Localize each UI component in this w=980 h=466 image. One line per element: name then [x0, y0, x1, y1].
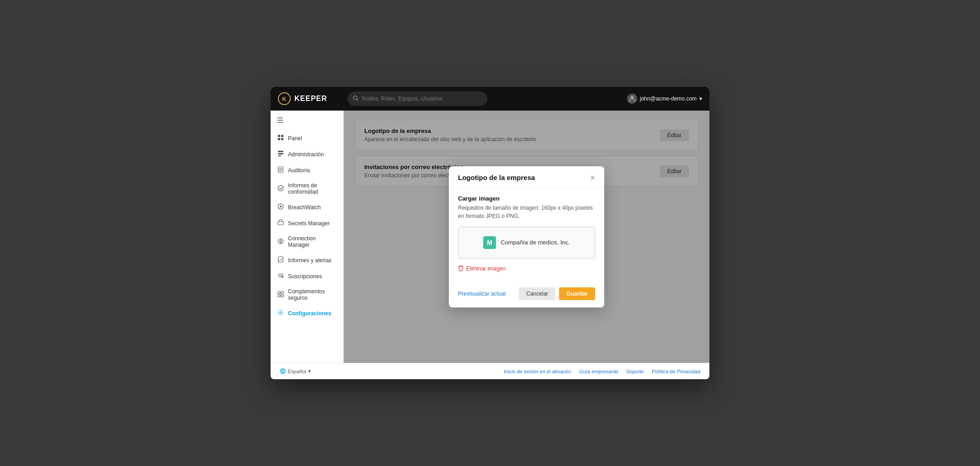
- admin-icon: [277, 150, 284, 158]
- svg-rect-5: [278, 135, 280, 137]
- sidebar-item-secrets-manager[interactable]: Secrets Manager: [271, 215, 343, 231]
- svg-point-4: [631, 96, 634, 99]
- settings-icon: [277, 309, 284, 317]
- search-icon: [353, 95, 358, 102]
- svg-point-12: [280, 206, 282, 207]
- svg-rect-11: [278, 155, 281, 156]
- company-avatar: M: [483, 236, 496, 249]
- sidebar-item-connection-manager[interactable]: Connection Manager: [271, 231, 343, 252]
- logo-text: KEEPER: [294, 95, 327, 103]
- svg-point-15: [280, 240, 282, 242]
- sidebar-item-auditoria[interactable]: Auditoría: [271, 162, 343, 178]
- sidebar-item-administracion[interactable]: Administración: [271, 146, 343, 162]
- modal-title: Logotipo de la empresa: [458, 174, 535, 181]
- svg-rect-21: [278, 295, 280, 297]
- modal-close-button[interactable]: ×: [590, 174, 595, 182]
- sidebar-item-conformidad[interactable]: Informes de conformidad: [271, 178, 343, 199]
- image-preview-box[interactable]: M Compañía de medios, Inc.: [458, 227, 595, 259]
- sidebar-label-breachwatch: BreachWatch: [288, 204, 321, 211]
- globe-icon: 🌐: [280, 368, 286, 374]
- sidebar-label-complementos: Complementos seguros: [288, 288, 337, 301]
- modal-header: Logotipo de la empresa ×: [449, 166, 604, 188]
- hamburger-menu[interactable]: ☰: [271, 111, 343, 130]
- app-footer: 🌐 Español ▾ Inicio de sesión en el almac…: [271, 363, 709, 379]
- modal-overlay: Logotipo de la empresa × Cargar imagen R…: [344, 111, 709, 363]
- svg-rect-7: [278, 138, 280, 140]
- svg-rect-6: [281, 135, 283, 137]
- footer-link-guia[interactable]: Guía empresarial: [579, 369, 618, 374]
- modal-footer: Previsualizar actual Cancelar Guardar: [449, 287, 604, 307]
- svg-rect-9: [278, 151, 283, 152]
- svg-rect-10: [278, 153, 283, 154]
- svg-text:K: K: [282, 95, 287, 102]
- svg-point-18: [282, 276, 283, 278]
- app-window: K KEEPER john@acme-demo.com ▾: [271, 87, 709, 379]
- subscriptions-icon: [277, 272, 284, 280]
- sidebar-label-conformidad: Informes de conformidad: [288, 182, 337, 195]
- user-account-icon: [627, 94, 637, 104]
- footer-link-almacen[interactable]: Inicio de sesión en el almacén: [504, 369, 571, 374]
- preview-link[interactable]: Previsualizar actual: [458, 291, 506, 297]
- footer-lang-chevron: ▾: [308, 368, 311, 374]
- svg-rect-13: [278, 222, 283, 225]
- user-email: john@acme-demo.com: [640, 95, 697, 102]
- svg-rect-22: [281, 295, 283, 297]
- company-logo-modal: Logotipo de la empresa × Cargar imagen R…: [449, 166, 604, 307]
- user-dropdown-chevron: ▾: [699, 95, 702, 102]
- addons-icon: [277, 291, 284, 299]
- sidebar-item-informes-alertas[interactable]: Informes y alertas: [271, 252, 343, 268]
- user-area[interactable]: john@acme-demo.com ▾: [627, 94, 702, 104]
- sidebar-label-secrets: Secrets Manager: [288, 220, 330, 227]
- delete-icon: [458, 265, 463, 273]
- company-name-text: Compañía de medios, Inc.: [501, 239, 570, 246]
- breachwatch-icon: [277, 203, 284, 211]
- audit-icon: [277, 166, 284, 174]
- save-button[interactable]: Guardar: [559, 287, 595, 300]
- upload-requirements: Requisitos de tamaño de imagen: 160px x …: [458, 204, 595, 220]
- sidebar-item-complementos[interactable]: Complementos seguros: [271, 284, 343, 305]
- panel-icon: [277, 134, 284, 142]
- footer-link-privacidad[interactable]: Política de Privacidad: [652, 369, 700, 374]
- content-area: Logotipo de la empresa Aparece en el enc…: [344, 111, 709, 363]
- sidebar-label-auditoria: Auditoría: [288, 167, 310, 174]
- search-input[interactable]: [362, 95, 482, 102]
- svg-rect-8: [281, 138, 283, 140]
- logo-area: K KEEPER: [278, 92, 342, 105]
- reports-icon: [277, 256, 284, 264]
- sidebar: ☰ Panel: [271, 111, 344, 363]
- secrets-icon: [277, 219, 284, 227]
- sidebar-item-suscripciones[interactable]: Suscripciones: [271, 268, 343, 284]
- top-nav: K KEEPER john@acme-demo.com ▾: [271, 87, 709, 111]
- svg-point-23: [280, 312, 282, 313]
- search-bar[interactable]: [347, 91, 487, 106]
- svg-rect-20: [281, 291, 283, 294]
- svg-line-3: [357, 99, 358, 101]
- upload-label: Cargar imagen: [458, 195, 595, 202]
- footer-buttons: Cancelar Guardar: [519, 287, 595, 300]
- modal-body: Cargar imagen Requisitos de tamaño de im…: [449, 188, 604, 287]
- sidebar-item-breachwatch[interactable]: BreachWatch: [271, 199, 343, 215]
- sidebar-label-reports: Informes y alertas: [288, 257, 331, 264]
- sidebar-item-panel[interactable]: Panel: [271, 130, 343, 146]
- footer-links: Inicio de sesión en el almacén Guía empr…: [504, 369, 700, 374]
- sidebar-label-suscripciones: Suscripciones: [288, 273, 322, 280]
- footer-link-soporte[interactable]: Soporte: [626, 369, 644, 374]
- sidebar-item-configuraciones[interactable]: Configuraciones: [271, 305, 343, 321]
- connection-icon: [277, 238, 284, 246]
- sidebar-label-configuraciones: Configuraciones: [288, 310, 331, 317]
- sidebar-label-connection: Connection Manager: [288, 235, 337, 248]
- main-body: ☰ Panel: [271, 111, 709, 363]
- sidebar-label-panel: Panel: [288, 135, 302, 142]
- sidebar-label-administracion: Administración: [288, 151, 324, 158]
- footer-language-label: Español: [288, 369, 306, 374]
- keeper-logo-icon: K: [278, 92, 291, 105]
- cancel-button[interactable]: Cancelar: [519, 287, 555, 300]
- compliance-icon: [277, 185, 284, 193]
- delete-row: Eliminar imagen: [458, 265, 595, 273]
- delete-image-link[interactable]: Eliminar imagen: [466, 265, 506, 272]
- footer-language-selector[interactable]: 🌐 Español ▾: [280, 368, 311, 374]
- svg-rect-19: [278, 291, 280, 294]
